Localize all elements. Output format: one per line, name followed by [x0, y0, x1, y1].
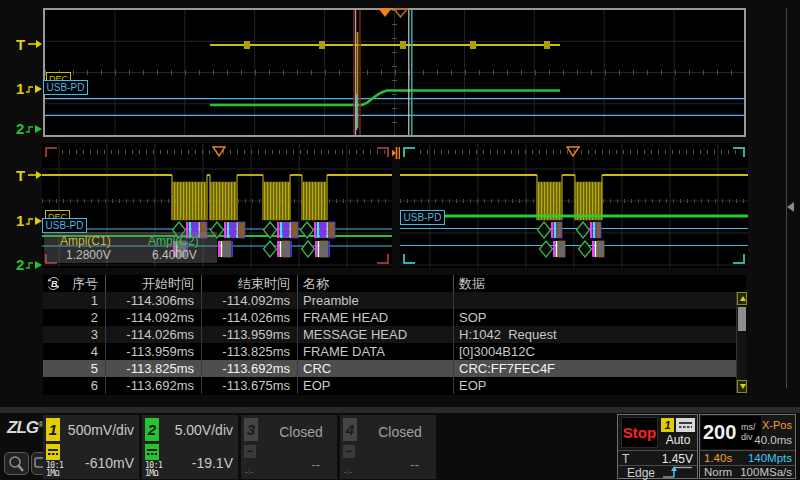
table-row[interactable]: 6-113.692ms-113.675msEOPEOP [43, 377, 746, 394]
ch4-offset: -- [410, 457, 419, 472]
usbpd-label-band2[interactable]: USB-PD [42, 218, 87, 233]
channel2-status[interactable]: 2 10:11MΩ 5.00V/div -19.1V [142, 415, 238, 479]
svg-text:B: B [51, 279, 58, 289]
table-row[interactable]: 4-113.959ms-113.825msFRAME DATA[0]3004B1… [43, 343, 746, 360]
ch2-offset: -19.1V [192, 455, 233, 471]
ch2-scale: 5.00V/div [175, 422, 233, 438]
ch2-badge: 2 [145, 418, 159, 441]
decode-table: B序号 开始时间 结束时间 名称 数据 1-114.306ms-114.092m… [43, 275, 746, 395]
timebase-scale-cell[interactable]: 200 ms/div [701, 416, 761, 449]
ch2-marker-band1[interactable]: 2 [16, 120, 44, 136]
header-name[interactable]: 名称 [298, 275, 454, 292]
scroll-up-button[interactable] [737, 292, 747, 305]
ch2-marker-label: 2 [16, 120, 24, 137]
header-end-time[interactable]: 结束时间 [202, 275, 298, 292]
rising-edge-icon [662, 466, 694, 479]
ch3-badge: 3 [244, 418, 258, 441]
trigger-marker-band1[interactable]: T [16, 36, 43, 52]
ch1-badge: 1 [46, 418, 60, 441]
touch-icon [5, 453, 28, 474]
zoom-waveform-panel-right[interactable] [400, 143, 748, 268]
xpos-label: X-Pos [762, 419, 792, 431]
trigger-coupling-icon [676, 418, 695, 432]
ch4-probe-info: -:- [344, 467, 352, 476]
ch1-coupling-icon [46, 444, 60, 460]
zlg-logo: ZLG® [7, 418, 44, 438]
ch2-level-icon [24, 122, 44, 135]
ch2-marker-label: 2 [16, 256, 24, 273]
table-row-selected[interactable]: 5-113.825ms-113.692msCRCCRC:FF7FEC4F [43, 360, 746, 377]
header-data[interactable]: 数据 [454, 275, 746, 292]
scroll-down-button[interactable] [737, 380, 747, 393]
ch1-scale: 500mV/div [68, 422, 134, 438]
table-row[interactable]: 1-114.306ms-114.092msPreamble [43, 292, 746, 309]
trigger-marker-label: T [16, 167, 25, 184]
trigger-marker-band2[interactable]: T [16, 167, 43, 183]
ch2-coupling-icon [145, 444, 159, 460]
ch2-marker-band2[interactable]: 2 [16, 256, 44, 272]
table-row[interactable]: 2-114.092ms-114.026msFRAME HEADSOP [43, 309, 746, 326]
ch1-probe-info: 10:11MΩ [46, 462, 63, 478]
ch2-probe-info: 10:11MΩ [145, 462, 162, 478]
ampl-c2-label: Ampl(C2) [148, 234, 199, 248]
touch-mode-button[interactable] [4, 452, 29, 475]
ch1-level-icon [24, 82, 44, 95]
zoom-left-trigger-icon [212, 146, 226, 157]
record-time: 1.40s [704, 452, 732, 464]
trigger-source-badge: 1 [661, 418, 674, 432]
ch4-badge: 4 [343, 418, 357, 441]
trigger-position-icon[interactable] [378, 8, 392, 17]
acquire-mode: Norm [704, 466, 732, 478]
right-arrow-icon [25, 169, 43, 181]
usbpd-label-band1[interactable]: USB-PD [43, 80, 88, 95]
ch1-marker-label: 1 [16, 80, 24, 97]
right-arrow-icon [25, 38, 43, 50]
sample-rate: 100MSa/s [740, 466, 792, 478]
ch3-state: Closed [265, 424, 337, 440]
overview-waveform-plot [45, 10, 744, 135]
table-header-row: B序号 开始时间 结束时间 名称 数据 [43, 275, 746, 292]
ch3-coupling-icon: − [244, 445, 256, 458]
trigger-status-group[interactable]: Stop 1 Auto T 1.45V Edge [617, 414, 698, 479]
trigger-type: Edge [627, 466, 655, 480]
ch1-marker-band2[interactable]: 1 [16, 212, 44, 228]
xpos-value: 40.0ms [754, 434, 792, 446]
ch4-state: Closed [364, 424, 436, 440]
oscilloscope-screen: T 1 2 T 1 2 [0, 0, 800, 480]
channel4-status[interactable]: 4 − -:- Closed -- [340, 415, 436, 479]
bus-b-icon: B [46, 276, 61, 291]
table-scrollbar[interactable] [736, 292, 746, 393]
ch3-offset: -- [311, 457, 320, 472]
trigger-position-icon-2[interactable] [393, 8, 408, 18]
trigger-level-value: 1.45V [662, 452, 693, 466]
ch4-coupling-icon: − [343, 445, 355, 458]
measurement-overlay: Ampl(C1) Ampl(C2) 1.2800V 6.4000V [44, 232, 217, 263]
channel1-status[interactable]: 1 10:11MΩ 500mV/div -610mV [43, 415, 139, 479]
trigger-sweep-mode: Auto [660, 433, 696, 448]
channel3-status[interactable]: 3 − -:- Closed -- [241, 415, 337, 479]
table-row[interactable]: 3-114.026ms-113.959msMESSAGE HEADH:1042 … [43, 326, 746, 343]
ampl-c1-value: 1.2800V [66, 248, 111, 262]
header-index[interactable]: B序号 [43, 275, 106, 292]
status-bar: ZLG® 1 10:11MΩ 500mV/div -610mV 2 10:11M… [0, 413, 800, 480]
trigger-level-label: T [622, 452, 629, 466]
ch3-probe-info: -:- [245, 467, 253, 476]
zoom-right-corner-brackets [400, 143, 748, 268]
ch1-marker-label: 1 [16, 212, 24, 229]
run-state-button[interactable]: Stop [621, 417, 658, 448]
overview-waveform-panel[interactable] [43, 8, 746, 137]
header-start-time[interactable]: 开始时间 [106, 275, 202, 292]
ampl-c1-label: Ampl(C1) [60, 234, 111, 248]
scrollbar-thumb[interactable] [738, 307, 746, 331]
ch1-marker-band1[interactable]: 1 [16, 80, 44, 96]
trigger-marker-label: T [16, 36, 25, 53]
zoom-right-trigger-icon [566, 146, 580, 157]
record-points: 140Mpts [748, 452, 792, 464]
timebase-scale-value: 200 [703, 421, 736, 444]
ampl-c2-value: 6.4000V [152, 248, 197, 262]
side-panel-divider [786, 8, 787, 388]
timebase-status-group[interactable]: 200 ms/div X-Pos 40.0ms 1.40s 140Mpts No… [699, 414, 796, 479]
side-panel-collapse-icon[interactable] [787, 202, 794, 212]
usbpd-label-band3[interactable]: USB-PD [400, 210, 445, 225]
ch1-offset: -610mV [85, 455, 134, 471]
